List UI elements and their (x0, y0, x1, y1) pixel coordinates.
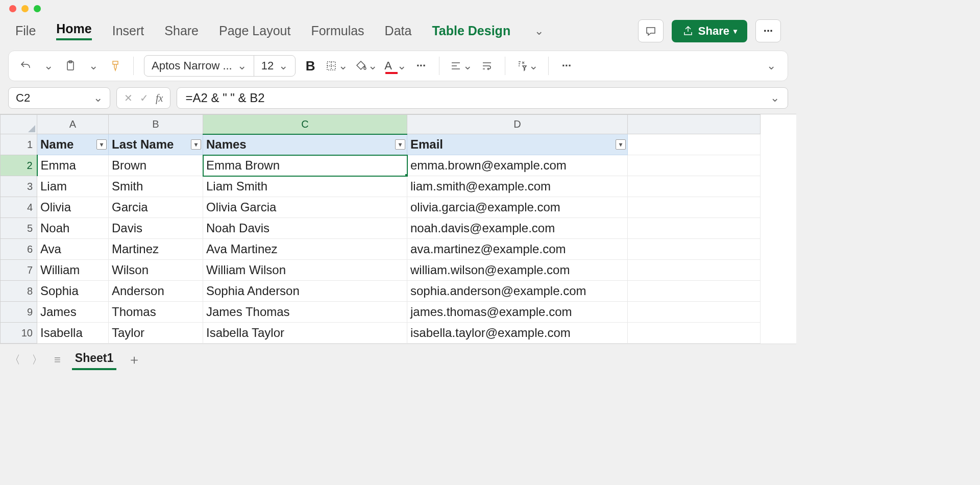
cell-E2[interactable] (628, 155, 761, 176)
cell-A5[interactable]: Noah (37, 218, 109, 239)
cell-B5[interactable]: Davis (109, 218, 203, 239)
cell-C3[interactable]: Liam Smith (203, 176, 407, 197)
tab-table-design[interactable]: Table Design (432, 23, 510, 38)
minimize-window-icon[interactable] (21, 5, 29, 12)
cell-E6[interactable] (628, 239, 761, 260)
cell-C2[interactable]: Emma Brown (203, 155, 407, 176)
spreadsheet-grid[interactable]: ABCD1Name▾Last Name▾Names▾Email▾2EmmaBro… (0, 114, 796, 344)
font-selector[interactable]: Aptos Narrow ...⌄ 12⌄ (144, 55, 296, 77)
column-header-blank[interactable] (628, 115, 761, 134)
row-header-7[interactable]: 7 (1, 260, 37, 281)
cell-D9[interactable]: james.thomas@example.com (407, 302, 628, 323)
tab-share[interactable]: Share (164, 23, 199, 38)
row-header-4[interactable]: 4 (1, 197, 37, 218)
cell-D2[interactable]: emma.brown@example.com (407, 155, 628, 176)
cell-A3[interactable]: Liam (37, 176, 109, 197)
cell-C6[interactable]: Ava Martinez (203, 239, 407, 260)
cell-E8[interactable] (628, 281, 761, 302)
cell-C10[interactable]: Isabella Taylor (203, 323, 407, 344)
cell-D5[interactable]: noah.davis@example.com (407, 218, 628, 239)
cell-A7[interactable]: William (37, 260, 109, 281)
font-more-button[interactable]: ··· (413, 57, 429, 75)
cell-C7[interactable]: William Wilson (203, 260, 407, 281)
row-header-2[interactable]: 2 (1, 155, 37, 176)
share-button[interactable]: Share ▾ (672, 20, 747, 42)
row-header-10[interactable]: 10 (1, 323, 37, 344)
undo-button[interactable] (18, 57, 33, 75)
row-header-6[interactable]: 6 (1, 239, 37, 260)
cell-E10[interactable] (628, 323, 761, 344)
filter-icon[interactable]: ▾ (191, 139, 201, 150)
cell-A9[interactable]: James (37, 302, 109, 323)
cell-C5[interactable]: Noah Davis (203, 218, 407, 239)
cell-D10[interactable]: isabella.taylor@example.com (407, 323, 628, 344)
toolbar-more-button[interactable]: ··· (559, 57, 574, 75)
bold-button[interactable]: B (303, 57, 318, 75)
formula-input[interactable]: =A2 & " " & B2 ⌄ (177, 87, 788, 109)
cell-D4[interactable]: olivia.garcia@example.com (407, 197, 628, 218)
tab-file[interactable]: File (15, 23, 36, 38)
cell-B8[interactable]: Anderson (109, 281, 203, 302)
fx-icon[interactable]: fx (156, 92, 163, 104)
sheet-next-icon[interactable]: 〉 (32, 352, 43, 368)
format-painter-button[interactable] (108, 57, 123, 75)
cell-A4[interactable]: Olivia (37, 197, 109, 218)
cell-D1[interactable]: Email▾ (407, 134, 628, 155)
cell-D3[interactable]: liam.smith@example.com (407, 176, 628, 197)
cell-A2[interactable]: Emma (37, 155, 109, 176)
cell-B1[interactable]: Last Name▾ (109, 134, 203, 155)
align-button[interactable]: ⌄ (450, 57, 472, 75)
more-options-button[interactable]: ··· (755, 19, 781, 42)
cell-A8[interactable]: Sophia (37, 281, 109, 302)
name-box[interactable]: C2 ⌄ (8, 87, 110, 109)
cell-B4[interactable]: Garcia (109, 197, 203, 218)
cell-E3[interactable] (628, 176, 761, 197)
add-sheet-button[interactable]: ＋ (128, 351, 141, 369)
cell-D7[interactable]: william.wilson@example.com (407, 260, 628, 281)
cell-D6[interactable]: ava.martinez@example.com (407, 239, 628, 260)
undo-dropdown[interactable]: ⌄ (40, 57, 56, 75)
cell-A10[interactable]: Isabella (37, 323, 109, 344)
row-header-3[interactable]: 3 (1, 176, 37, 197)
toolbar-collapse[interactable]: ⌄ (763, 57, 778, 75)
tab-page-layout[interactable]: Page Layout (219, 23, 290, 38)
filter-icon[interactable]: ▾ (616, 139, 626, 150)
comments-button[interactable] (638, 19, 664, 42)
cell-E7[interactable] (628, 260, 761, 281)
cell-B6[interactable]: Martinez (109, 239, 203, 260)
cell-C1[interactable]: Names▾ (203, 134, 407, 155)
cell-C9[interactable]: James Thomas (203, 302, 407, 323)
column-header-C[interactable]: C (203, 115, 407, 134)
cancel-formula-icon[interactable]: ✕ (124, 92, 133, 104)
cell-B7[interactable]: Wilson (109, 260, 203, 281)
cell-E4[interactable] (628, 197, 761, 218)
row-header-1[interactable]: 1 (1, 134, 37, 155)
filter-icon[interactable]: ▾ (96, 139, 107, 150)
cell-E1[interactable] (628, 134, 761, 155)
tab-formulas[interactable]: Formulas (311, 23, 364, 38)
cell-B10[interactable]: Taylor (109, 323, 203, 344)
cell-B3[interactable]: Smith (109, 176, 203, 197)
close-window-icon[interactable] (9, 5, 16, 12)
sort-filter-button[interactable]: ⌄ (516, 57, 538, 75)
sheet-list-icon[interactable]: ≡ (54, 353, 61, 367)
clipboard-button[interactable] (63, 57, 78, 75)
cell-B2[interactable]: Brown (109, 155, 203, 176)
sheet-prev-icon[interactable]: 〈 (9, 352, 20, 368)
tab-home[interactable]: Home (56, 21, 91, 40)
cell-A1[interactable]: Name▾ (37, 134, 109, 155)
column-header-B[interactable]: B (109, 115, 203, 134)
cell-B9[interactable]: Thomas (109, 302, 203, 323)
column-header-A[interactable]: A (37, 115, 109, 134)
cell-A6[interactable]: Ava (37, 239, 109, 260)
tab-insert[interactable]: Insert (112, 23, 144, 38)
cell-E9[interactable] (628, 302, 761, 323)
fill-color-button[interactable]: ⌄ (355, 57, 377, 75)
cell-C4[interactable]: Olivia Garcia (203, 197, 407, 218)
ribbon-overflow-chevron[interactable]: ⌄ (531, 22, 546, 40)
font-color-button[interactable]: A⌄ (384, 57, 406, 75)
cell-E5[interactable] (628, 218, 761, 239)
row-header-9[interactable]: 9 (1, 302, 37, 323)
clipboard-dropdown[interactable]: ⌄ (85, 57, 101, 75)
tab-data[interactable]: Data (385, 23, 412, 38)
